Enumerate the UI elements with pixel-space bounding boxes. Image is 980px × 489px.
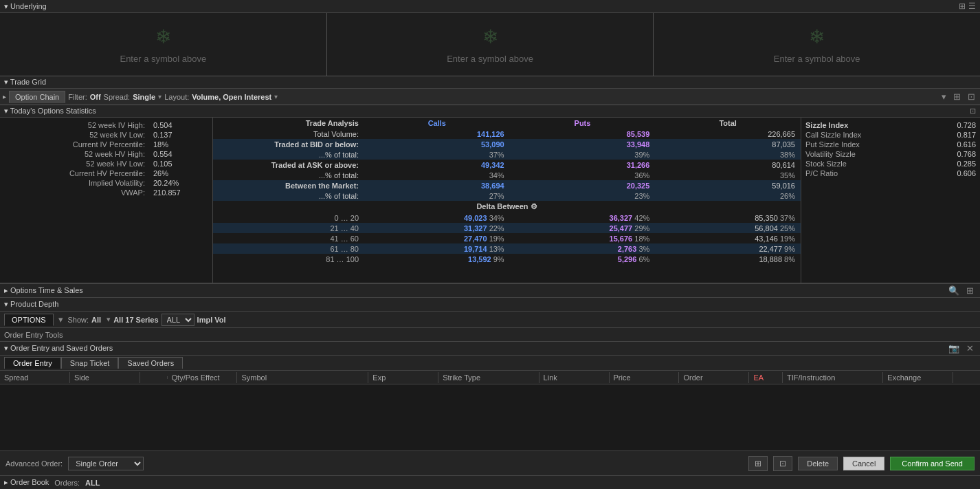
between-total: 59,016 <box>655 180 801 191</box>
oe-camera-icon[interactable]: 📷 <box>946 343 961 354</box>
placeholder-1: Enter a symbol above <box>120 54 206 64</box>
order-book-label[interactable]: ▸ Order Book <box>4 478 49 487</box>
option-chain-tab[interactable]: Option Chain <box>9 91 65 103</box>
delta3-total: 43,146 <box>755 235 778 243</box>
ta-between-market: Between the Market: 38,694 20,325 59,016 <box>213 180 801 191</box>
delta-range-2: 21 … 40 <box>213 223 364 233</box>
hv-high-value: 0.554 <box>149 149 212 159</box>
ta-between-pct: ...% of total: 27% 23% 26% <box>213 191 801 201</box>
delta2-puts: 25,477 <box>610 224 633 232</box>
col-side: Side <box>70 372 140 383</box>
delta3-puts-pct: 18% <box>634 235 649 243</box>
show-value[interactable]: All <box>91 316 101 324</box>
stats-content: 52 week IV High: 0.504 52 week IV Low: 0… <box>0 118 980 283</box>
puts-header: Puts <box>510 118 656 129</box>
between-pct-calls: 27% <box>364 191 510 201</box>
oc-filter-icon[interactable]: ▾ <box>939 91 948 102</box>
ask-above-puts: 31,266 <box>510 160 656 170</box>
snap-ticket-tab[interactable]: Snap Ticket <box>61 357 118 369</box>
trade-grid-header: ▾ Trade Grid <box>0 76 980 89</box>
impl-vol-label: Impl Vol <box>197 316 226 324</box>
total-vol-puts: 85,539 <box>510 129 656 139</box>
total-vol-label: Total Volume: <box>213 129 364 139</box>
oc-expand-icon[interactable]: ⊞ <box>951 91 963 102</box>
option-chain-bar: ▸ Option Chain Filter: Off Spread: Singl… <box>0 89 980 105</box>
delta-range-5: 81 … 100 <box>213 254 364 264</box>
footer-icon-btn-1[interactable]: ⊞ <box>748 456 768 471</box>
ots-filter-icon[interactable]: 🔍 <box>946 285 961 296</box>
between-pct-puts: 23% <box>510 191 656 201</box>
ta-bid-below: Traded at BID or below: 53,090 33,948 87… <box>213 139 801 149</box>
order-tabs-bar: Order Entry Snap Ticket Saved Orders <box>0 356 980 371</box>
options-arrow-icon[interactable]: ▾ <box>56 314 65 325</box>
window-icon[interactable]: ⊞ <box>959 1 966 11</box>
col-exp: Exp <box>368 372 438 383</box>
hv-low-label: 52 week HV Low: <box>0 159 149 169</box>
stats-right-panel: Sizzle Index 0.728 Call Sizzle Index 0.8… <box>801 118 980 283</box>
oe-icons: 📷 ✕ <box>946 343 976 354</box>
show-arrow[interactable]: ▾ <box>107 315 111 324</box>
filter-label: Filter: <box>68 93 87 101</box>
bid-below-label: Traded at BID or below: <box>213 139 364 149</box>
col-spread: Spread <box>0 372 70 383</box>
stats-collapse-icon[interactable]: ⊡ <box>970 107 976 116</box>
delta-range-1: 0 … 20 <box>213 213 364 223</box>
spread-arrow[interactable]: ▾ <box>158 93 162 100</box>
product-depth-label[interactable]: ▾ Product Depth <box>4 300 58 309</box>
ots-icons: 🔍 ⊞ <box>946 285 976 296</box>
filter-value[interactable]: Off <box>90 93 101 101</box>
advanced-order-dropdown[interactable]: Single Order <box>68 457 144 470</box>
oc-arrow[interactable]: ▸ <box>3 93 6 100</box>
stats-header: ▾ Today's Options Statistics ⊡ <box>0 105 980 118</box>
delta4-total-pct: 9% <box>784 245 795 253</box>
stock-sizzle-row: Stock Sizzle 0.285 <box>801 159 980 169</box>
delta5-total: 18,888 <box>759 255 782 263</box>
vol-sizzle-row: Volatility Sizzle 0.768 <box>801 149 980 159</box>
underlying-panel-2: ❄ Enter a symbol above <box>327 13 654 76</box>
snowflake-icon-1: ❄ <box>155 25 171 48</box>
delta1-puts-pct: 42% <box>634 214 649 222</box>
options-time-label[interactable]: ▸ Options Time & Sales <box>4 286 83 295</box>
layout-value[interactable]: Volume, Open Interest <box>192 93 271 101</box>
col-extra <box>953 376 980 379</box>
layout-arrow[interactable]: ▾ <box>274 93 278 100</box>
ots-expand-icon[interactable]: ⊞ <box>964 285 976 296</box>
bid-below-calls: 53,090 <box>364 139 510 149</box>
sizzle-index-value: 0.728 <box>927 120 980 130</box>
ta-total-volume: Total Volume: 141,126 85,539 226,665 <box>213 129 801 139</box>
cancel-button[interactable]: Cancel <box>843 457 884 470</box>
footer-icon-btn-2[interactable]: ⊡ <box>773 456 792 471</box>
all-dropdown[interactable]: ALL <box>162 314 194 326</box>
oe-close-icon[interactable]: ✕ <box>964 343 976 354</box>
bid-pct-label: ...% of total: <box>213 149 364 160</box>
spread-value[interactable]: Single <box>133 93 155 101</box>
total-vol-calls: 141,126 <box>364 129 510 139</box>
stock-sizzle-label: Stock Sizzle <box>801 159 927 169</box>
order-entry-section-label[interactable]: ▾ Order Entry and Saved Orders <box>4 344 113 353</box>
ta-delta-21-40: 21 … 40 31,327 22% 25,477 29% 56,804 25% <box>213 223 801 233</box>
order-entry-tab[interactable]: Order Entry <box>4 357 61 369</box>
delta1-total-pct: 37% <box>780 214 795 222</box>
delta3-calls-pct: 19% <box>489 235 504 243</box>
orders-value: ALL <box>85 479 100 487</box>
underlying-panel-1: ❄ Enter a symbol above <box>0 13 327 76</box>
delete-button[interactable]: Delete <box>798 457 838 470</box>
ta-delta-61-80: 61 … 80 19,714 13% 2,763 3% 22,477 9% <box>213 243 801 254</box>
oc-settings-icon[interactable]: ⊡ <box>966 91 977 102</box>
trade-analysis-header: Trade Analysis <box>213 118 364 129</box>
bid-below-total: 87,035 <box>655 139 801 149</box>
series-value[interactable]: All 17 Series <box>113 316 158 324</box>
stat-row-ivpct: Current IV Percentile: 18% <box>0 140 212 149</box>
stat-row-ivhigh: 52 week IV High: 0.504 <box>0 120 212 130</box>
bid-below-puts: 33,948 <box>510 139 656 149</box>
col-strike-type: Strike Type <box>438 372 539 383</box>
options-tab[interactable]: OPTIONS <box>4 314 54 326</box>
menu-icon[interactable]: ☰ <box>968 1 976 11</box>
saved-orders-tab[interactable]: Saved Orders <box>118 357 183 369</box>
between-market-label: Between the Market: <box>213 180 364 191</box>
calls-header: Calls <box>364 118 510 129</box>
delta4-total: 22,477 <box>759 245 782 253</box>
ta-delta-41-60: 41 … 60 27,470 19% 15,676 18% 43,146 19% <box>213 233 801 243</box>
confirm-send-button[interactable]: Confirm and Send <box>890 457 975 470</box>
product-depth-bar: ▾ Product Depth <box>0 298 980 312</box>
